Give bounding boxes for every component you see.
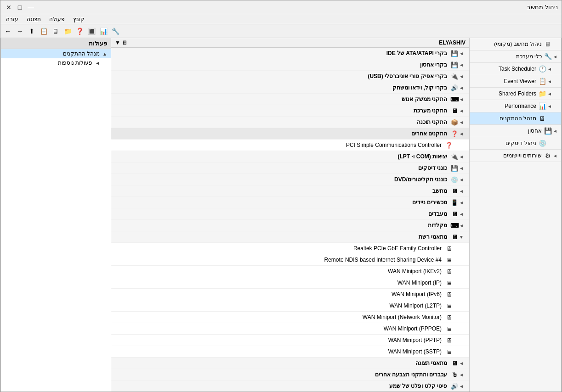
menu-action[interactable]: פעולה	[45, 15, 68, 23]
close-button[interactable]: ✕	[4, 3, 13, 12]
category-hid[interactable]: ◄ ⌨ התקני ממשק אנוש	[111, 94, 469, 105]
item-wan-l2tp[interactable]: 🖥 WAN Miniport (L2TP)	[111, 300, 469, 312]
category-optical[interactable]: ◄ 💿 כוננני תקליטורים/DVD	[111, 174, 469, 185]
icon-optical: 💿	[450, 175, 459, 184]
right-nav-label-scheduler: Task Scheduler	[499, 66, 536, 72]
right-nav-item-scheduler[interactable]: ◄ 🕐 Task Scheduler	[470, 63, 561, 75]
category-system-devices[interactable]: ◄ 🖥 התקני מערכת	[111, 105, 469, 117]
eventviewer-icon: 📋	[538, 77, 546, 85]
left-tree-item-devmanager[interactable]: ▲ מנהל ההתקנים	[1, 49, 111, 58]
category-network[interactable]: ▼ 🖥 מתאמי רשת	[111, 231, 469, 243]
chevron-audio: ◄	[459, 384, 464, 389]
icon-mobile: 📱	[450, 198, 459, 207]
category-ports[interactable]: ◄ 🔌 יציאות (COM ו- LPT)	[111, 151, 469, 162]
center-header-title: ELYASHIV	[439, 39, 465, 46]
item-wan-sstp[interactable]: 🖥 WAN Miniport (SSTP)	[111, 346, 469, 358]
category-ide[interactable]: ◄ 💾 בקרי ATA/ATAPI של IDE	[111, 48, 469, 59]
category-disks[interactable]: ◄ 💾 כונני דיסקים	[111, 162, 469, 174]
toolbar-btn-back[interactable]: →	[14, 26, 25, 37]
item-wan-ipv6[interactable]: 🖥 WAN Miniport (IPv6)	[111, 289, 469, 300]
category-audio[interactable]: ◄ 🔊 פיטי קלט ופלט של שמע	[111, 381, 469, 392]
chevron-display: ◄	[459, 361, 464, 366]
toolbar-btn-computer[interactable]: 🖥	[50, 26, 61, 37]
category-display[interactable]: ◄ 🖥 מתאמי תצוגה	[111, 358, 469, 369]
item-realtek[interactable]: 🖥 Realtek PCIe GbE Family Controller	[111, 243, 469, 254]
toolbar-btn-tools[interactable]: 🔧	[110, 26, 121, 37]
left-tree: ▲ מנהל ההתקנים ◄ פעולות נוספות	[1, 49, 111, 392]
performance-icon: 📊	[538, 102, 546, 110]
item-wan-ikev2[interactable]: 🖥 WAN Miniport (IKEv2)	[111, 266, 469, 277]
right-nav-item-tools[interactable]: ◄ 🔧 כלי מערכת	[470, 50, 561, 63]
chevron-computer: ◄	[459, 189, 464, 194]
computer-icon: 🖥	[544, 40, 552, 48]
right-nav-item-computer[interactable]: 🖥 ניהול מחשב (מקומי)	[470, 38, 561, 50]
item-remote-ndis[interactable]: 🖥 Remote NDIS based Internet Sharing Dev…	[111, 254, 469, 266]
expand-arrow-storage: ◄	[552, 129, 557, 134]
right-nav-item-services[interactable]: ◄ ⚙ שירותים ויישומים	[470, 150, 561, 162]
item-wan-ip[interactable]: 🖥 WAN Miniport (IP)	[111, 277, 469, 289]
chevron-storage-ctrl: ◄	[459, 62, 464, 67]
right-nav-label-storage: אחסון	[528, 128, 542, 134]
maximize-button[interactable]: □	[15, 3, 24, 12]
right-nav-label-services: שירותים ויישומים	[503, 152, 542, 159]
services-icon: ⚙	[544, 151, 552, 160]
category-sound[interactable]: ◄ 🔊 בקרי קול, וידאו ומשחק	[111, 82, 469, 94]
right-nav-label-diskmanager: ניהול דיסקים	[505, 140, 536, 146]
item-wan-pppoe[interactable]: 🖥 WAN Miniport (PPPOE)	[111, 323, 469, 335]
chevron-system-devices: ◄	[459, 108, 464, 113]
category-processors[interactable]: ◄ 🖥 מעבדים	[111, 208, 469, 220]
chevron-usb: ◄	[459, 74, 464, 79]
category-mouse[interactable]: ◄ 🖱 עכברים והתקני הצבעה אחרים	[111, 369, 469, 381]
icon-wan-ipv6: 🖥	[444, 290, 454, 299]
sharedfolders-icon: 📁	[538, 90, 546, 98]
minimize-button[interactable]: —	[26, 3, 35, 12]
chevron-other: ◄	[459, 131, 464, 136]
right-nav-item-devmanager[interactable]: 🖥 מנהל ההתקנים	[470, 112, 561, 125]
right-nav-item-sharedfolders[interactable]: ◄ 📁 Shared Folders	[470, 88, 561, 100]
category-keyboards[interactable]: ◄ ⌨ מקלדות	[111, 220, 469, 231]
right-nav-label-devmanager: מנהל ההתקנים	[500, 115, 536, 122]
label-wan-pptp: WAN Miniport (PPTP)	[115, 337, 442, 343]
label-mobile: מכשירים ניידים	[115, 199, 447, 206]
menu-help[interactable]: עזרה	[2, 15, 22, 23]
toolbar-btn-grid[interactable]: 🔳	[86, 26, 97, 37]
toolbar-btn-chart[interactable]: 📊	[98, 26, 109, 37]
window-title: ניהול מחשב	[527, 4, 558, 11]
toolbar-btn-help[interactable]: ❓	[74, 26, 85, 37]
icon-wan-sstp: 🖥	[444, 347, 454, 356]
item-wan-pptp[interactable]: 🖥 WAN Miniport (PPTP)	[111, 335, 469, 346]
icon-realtek: 🖥	[444, 244, 454, 253]
category-usb[interactable]: ◄ 🔌 בקרי אפיק טורי אוניברסלי (USB)	[111, 71, 469, 82]
right-nav-item-diskmanager[interactable]: 💿 ניהול דיסקים	[470, 137, 561, 150]
left-tree-item-more[interactable]: ◄ פעולות נוספות	[1, 58, 111, 67]
icon-keyboards: ⌨	[450, 221, 459, 230]
item-pci-controller[interactable]: ❓ PCI Simple Communications Controller	[111, 140, 469, 151]
expand-arrow-sharedfolders: ◄	[546, 91, 552, 96]
window-controls: ✕ □ —	[4, 3, 35, 12]
category-mobile[interactable]: ◄ 📱 מכשירים ניידים	[111, 197, 469, 208]
icon-storage-ctrl: 💾	[450, 60, 459, 69]
category-computer[interactable]: ◄ 🖥 מחשב	[111, 185, 469, 197]
right-nav-item-eventviewer[interactable]: ◄ 📋 Event Viewer	[470, 75, 561, 88]
toolbar-btn-up[interactable]: ⬆	[26, 26, 37, 37]
right-nav-item-performance[interactable]: ◄ 📊 Performance	[470, 100, 561, 112]
menu-view[interactable]: תצוגה	[23, 15, 45, 23]
label-network: מתאמי רשת	[115, 234, 447, 240]
right-nav-item-storage[interactable]: ◄ 💾 אחסון	[470, 125, 561, 137]
category-software[interactable]: ◄ 📦 התקני תוכנה	[111, 117, 469, 128]
item-wan-netmon[interactable]: 🖥 WAN Miniport (Network Monitor)	[111, 312, 469, 323]
category-other[interactable]: ◄ ❓ התקנים אחרים	[111, 128, 469, 140]
label-display: מתאמי תצוגה	[115, 360, 447, 366]
toolbar-btn-folder[interactable]: 📁	[62, 26, 73, 37]
toolbar-btn-forward[interactable]: ←	[2, 26, 13, 37]
center-panel: ELYASHIV 🖥 ▼ ◄ 💾 בקרי ATA/ATAPI של IDE ◄…	[111, 38, 470, 392]
tools-icon: 🔧	[544, 52, 552, 61]
menu-file[interactable]: קובץ	[69, 15, 88, 23]
center-panel-header: ELYASHIV 🖥 ▼	[111, 38, 469, 48]
main-content: 🖥 ניהול מחשב (מקומי) ◄ 🔧 כלי מערכת ◄ 🕐 T…	[0, 38, 562, 392]
toolbar-btn-show-hide[interactable]: 📋	[38, 26, 49, 37]
category-storage-ctrl[interactable]: ◄ 💾 בקרי אחסון	[111, 59, 469, 71]
chevron-disks: ◄	[459, 166, 464, 171]
storage-icon: 💾	[544, 127, 552, 135]
chevron-ide: ◄	[459, 51, 464, 56]
